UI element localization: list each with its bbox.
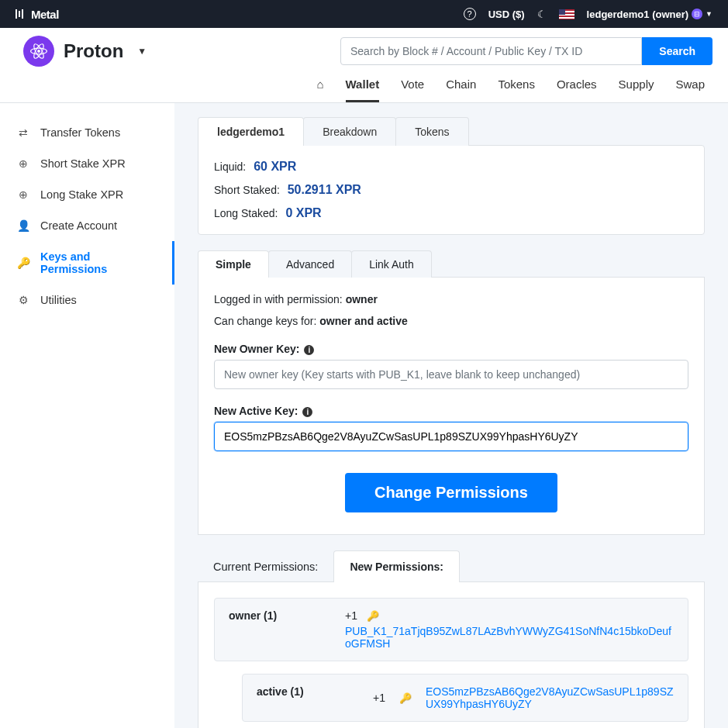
svg-point-3 — [37, 50, 40, 53]
nav-tokens[interactable]: Tokens — [498, 78, 535, 102]
info-icon[interactable]: i — [304, 345, 314, 355]
long-staked-label: Long Staked: — [214, 207, 278, 219]
permission-row-owner: owner (1) +1 🔑 PUB_K1_71aTjqB95ZwL87LAzB… — [214, 598, 688, 661]
perm-active-weight: +1 — [373, 692, 385, 704]
brand-metal: Metal — [31, 8, 59, 21]
key-icon[interactable]: 🔑 — [367, 610, 379, 622]
currency-selector[interactable]: USD ($) — [488, 9, 525, 20]
sidebar-item-short-stake[interactable]: ⊕ Short Stake XPR — [0, 148, 174, 179]
tab-link-auth[interactable]: Link Auth — [351, 250, 432, 278]
globe-icon: ⊕ — [17, 188, 29, 201]
new-permissions-tab[interactable]: New Permissions: — [333, 550, 460, 582]
sidebar-item-create-account[interactable]: 👤 Create Account — [0, 210, 174, 241]
perm-active-name: active (1) — [257, 685, 326, 710]
sidebar-label: Short Stake XPR — [40, 157, 126, 170]
sidebar-item-transfer[interactable]: ⇄ Transfer Tokens — [0, 117, 174, 148]
locale-flag-icon[interactable] — [559, 9, 574, 19]
change-permissions-button[interactable]: Change Permissions — [345, 473, 557, 512]
theme-toggle-icon[interactable]: ☾ — [537, 9, 547, 20]
tab-advanced[interactable]: Advanced — [268, 250, 352, 278]
user-icon: 👤 — [17, 219, 29, 232]
perm-owner-key[interactable]: PUB_K1_71aTjqB95ZwL87LAzBvhYWWyZG41SoNfN… — [345, 625, 674, 650]
long-staked-value: 0 XPR — [285, 206, 321, 219]
sidebar-item-long-stake[interactable]: ⊕ Long Stake XPR — [0, 179, 174, 210]
search-button[interactable]: Search — [642, 37, 712, 65]
sidebar-label: Long Stake XPR — [40, 188, 123, 201]
key-icon: 🔑 — [17, 257, 29, 269]
nav-chain[interactable]: Chain — [446, 78, 476, 102]
short-staked-label: Short Staked: — [214, 184, 280, 196]
metal-logo-icon — [16, 9, 23, 19]
perm-active-key[interactable]: EOS5mzPBzsAB6Qge2V8AyuZCwSasUPL1p89SZUX9… — [426, 685, 674, 710]
chain-name: Proton — [64, 40, 123, 62]
chevron-down-icon: ▼ — [137, 46, 147, 57]
sidebar-label: Utilities — [40, 294, 77, 306]
sidebar-label: Create Account — [40, 219, 117, 232]
owner-key-input[interactable] — [214, 360, 688, 389]
proton-logo-icon — [23, 36, 54, 67]
tab-simple[interactable]: Simple — [198, 250, 269, 278]
nav-home[interactable]: ⌂ — [316, 78, 323, 102]
active-key-input[interactable] — [214, 422, 688, 451]
perm-owner-weight: +1 — [345, 609, 357, 622]
liquid-label: Liquid: — [214, 160, 246, 173]
nav-swap[interactable]: Swap — [675, 78, 705, 102]
help-icon[interactable]: ? — [464, 8, 476, 20]
user-label: ledgerdemo1 (owner) — [587, 9, 688, 20]
tab-tokens[interactable]: Tokens — [395, 117, 468, 146]
gear-icon: ⚙ — [17, 294, 29, 306]
active-key-label: New Active Key: i — [214, 405, 688, 417]
globe-icon: ⊕ — [17, 157, 29, 170]
info-icon[interactable]: i — [302, 407, 312, 417]
owner-key-label: New Owner Key: i — [214, 343, 688, 355]
permission-row-active: active (1) +1 🔑 EOS5mzPBzsAB6Qge2V8AyuZC… — [242, 674, 688, 722]
nav-wallet[interactable]: Wallet — [346, 78, 380, 102]
sidebar-label: Keys and Permissions — [40, 250, 155, 275]
key-icon[interactable]: 🔑 — [399, 692, 412, 704]
transfer-icon: ⇄ — [17, 126, 29, 139]
can-change-text: Can change keys for: owner and active — [214, 315, 688, 327]
sidebar-item-utilities[interactable]: ⚙ Utilities — [0, 285, 174, 316]
tab-account[interactable]: ledgerdemo1 — [198, 117, 304, 146]
current-permissions-tab[interactable]: Current Permissions: — [198, 551, 333, 582]
logged-in-text: Logged in with permission: owner — [214, 293, 688, 305]
liquid-value: 60 XPR — [254, 160, 296, 173]
user-ledger-icon: ⊟ — [692, 9, 702, 19]
nav-vote[interactable]: Vote — [401, 78, 424, 102]
nav-oracles[interactable]: Oracles — [557, 78, 597, 102]
user-menu[interactable]: ledgerdemo1 (owner) ⊟ ▼ — [587, 9, 712, 20]
nav-supply[interactable]: Supply — [619, 78, 654, 102]
search-input[interactable] — [340, 37, 642, 65]
short-staked-value: 50.2911 XPR — [288, 183, 361, 196]
home-icon: ⌂ — [316, 78, 323, 91]
sidebar-label: Transfer Tokens — [40, 126, 120, 139]
tab-breakdown[interactable]: Breakdown — [303, 117, 396, 146]
sidebar-item-keys-permissions[interactable]: 🔑 Keys and Permissions — [0, 241, 174, 285]
chain-selector[interactable]: Proton ▼ — [23, 36, 147, 67]
caret-down-icon: ▼ — [706, 10, 712, 18]
perm-owner-name: owner (1) — [229, 609, 298, 650]
